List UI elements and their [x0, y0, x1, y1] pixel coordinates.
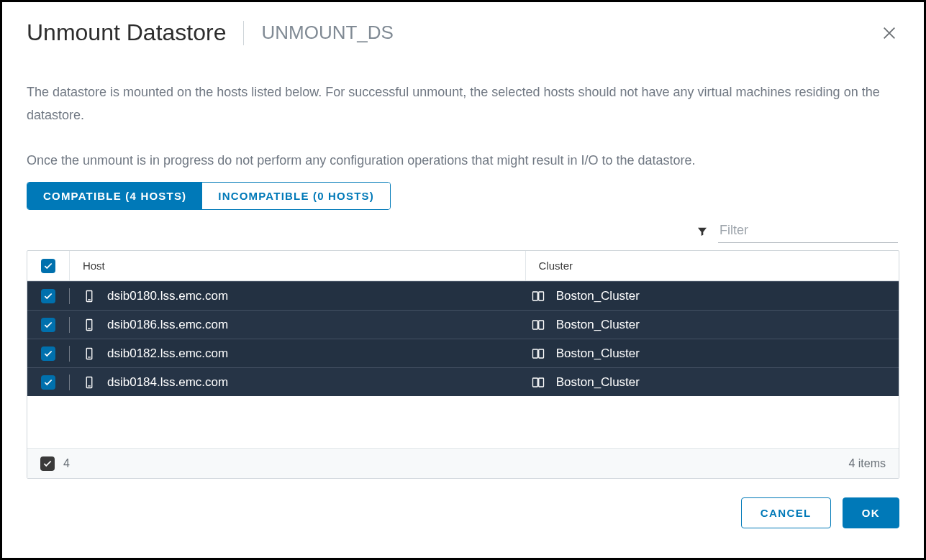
- cluster-cell: Boston_Cluster: [532, 346, 899, 361]
- host-name: dsib0180.lss.emc.com: [107, 289, 228, 303]
- cancel-button[interactable]: CANCEL: [741, 497, 831, 528]
- dialog-title: Unmount Datastore: [27, 19, 226, 46]
- row-checkbox[interactable]: [41, 346, 55, 361]
- ok-button[interactable]: OK: [843, 497, 899, 528]
- column-header-host[interactable]: Host: [70, 251, 526, 280]
- host-cell: dsib0184.lss.emc.com: [83, 375, 532, 390]
- cluster-icon: [532, 290, 545, 303]
- row-checkbox-cell: [27, 375, 69, 390]
- table-row[interactable]: dsib0186.lss.emc.comBoston_Cluster: [27, 310, 899, 339]
- host-name: dsib0182.lss.emc.com: [107, 346, 228, 361]
- svg-rect-3: [538, 292, 543, 300]
- host-icon: [83, 290, 96, 303]
- unmount-datastore-dialog: Unmount Datastore UNMOUNT_DS The datasto…: [0, 0, 926, 560]
- cluster-cell: Boston_Cluster: [532, 318, 899, 332]
- row-separator: [69, 317, 70, 333]
- host-cell: dsib0180.lss.emc.com: [83, 289, 532, 303]
- cluster-icon: [532, 318, 545, 331]
- filter-input[interactable]: [718, 220, 898, 243]
- description-primary: The datastore is mounted on the hosts li…: [27, 81, 899, 127]
- cluster-name: Boston_Cluster: [556, 318, 640, 332]
- row-checkbox[interactable]: [41, 318, 55, 332]
- table-row[interactable]: dsib0180.lss.emc.comBoston_Cluster: [27, 281, 899, 310]
- tab-incompatible[interactable]: INCOMPATIBLE (0 HOSTS): [202, 183, 390, 209]
- row-separator: [69, 346, 70, 362]
- dialog-header: Unmount Datastore UNMOUNT_DS: [27, 17, 899, 46]
- table-header-row: Host Cluster: [27, 251, 899, 281]
- svg-rect-15: [538, 378, 543, 387]
- cluster-name: Boston_Cluster: [556, 346, 640, 361]
- table-row[interactable]: dsib0184.lss.emc.comBoston_Cluster: [27, 367, 899, 396]
- check-icon: [43, 349, 53, 359]
- column-header-cluster[interactable]: Cluster: [526, 251, 899, 280]
- svg-rect-2: [532, 292, 537, 300]
- cluster-icon: [532, 347, 545, 360]
- host-cell: dsib0182.lss.emc.com: [83, 346, 532, 361]
- footer-selected-indicator[interactable]: [40, 456, 55, 471]
- svg-rect-14: [532, 378, 537, 387]
- host-name: dsib0186.lss.emc.com: [107, 318, 228, 332]
- dialog-footer: CANCEL OK: [27, 497, 899, 528]
- close-icon: [881, 25, 897, 41]
- row-separator: [69, 375, 70, 390]
- host-filter-tabs: COMPATIBLE (4 HOSTS) INCOMPATIBLE (0 HOS…: [27, 182, 391, 210]
- host-icon: [83, 318, 96, 331]
- check-icon: [43, 291, 53, 301]
- row-checkbox[interactable]: [41, 289, 55, 303]
- svg-rect-6: [532, 321, 537, 329]
- header-separator: [243, 21, 244, 45]
- select-all-checkbox[interactable]: [41, 259, 55, 273]
- table-row[interactable]: dsib0182.lss.emc.comBoston_Cluster: [27, 339, 899, 367]
- cluster-icon: [532, 376, 545, 389]
- hosts-table: Host Cluster dsib0180.lss.emc.comBoston_…: [27, 250, 899, 479]
- header-checkbox-cell: [27, 251, 70, 280]
- filter-icon[interactable]: [696, 226, 708, 237]
- svg-rect-7: [538, 321, 543, 329]
- dialog-subtitle: UNMOUNT_DS: [261, 22, 393, 44]
- check-icon: [42, 459, 53, 469]
- cluster-cell: Boston_Cluster: [532, 375, 899, 390]
- cluster-cell: Boston_Cluster: [532, 289, 899, 303]
- host-icon: [83, 376, 96, 389]
- host-icon: [83, 347, 96, 360]
- host-name: dsib0184.lss.emc.com: [107, 375, 228, 390]
- row-checkbox-cell: [27, 318, 69, 332]
- svg-rect-11: [538, 349, 543, 358]
- cluster-name: Boston_Cluster: [556, 289, 640, 303]
- check-icon: [43, 320, 53, 330]
- host-cell: dsib0186.lss.emc.com: [83, 318, 532, 332]
- selected-count: 4: [63, 457, 70, 470]
- close-button[interactable]: [879, 23, 899, 43]
- row-checkbox-cell: [27, 289, 69, 303]
- row-separator: [69, 288, 70, 304]
- row-checkbox[interactable]: [41, 375, 55, 390]
- items-count: 4 items: [848, 457, 886, 470]
- table-footer: 4 4 items: [27, 448, 899, 478]
- row-checkbox-cell: [27, 346, 69, 361]
- filter-row: [27, 220, 899, 243]
- table-body: dsib0180.lss.emc.comBoston_Clusterdsib01…: [27, 281, 899, 396]
- check-icon: [43, 377, 53, 387]
- cluster-name: Boston_Cluster: [556, 375, 640, 390]
- check-icon: [43, 261, 53, 271]
- description-secondary: Once the unmount is in progress do not p…: [27, 149, 899, 172]
- tab-compatible[interactable]: COMPATIBLE (4 HOSTS): [27, 183, 202, 209]
- table-spacer: [27, 396, 899, 448]
- svg-rect-10: [532, 349, 537, 358]
